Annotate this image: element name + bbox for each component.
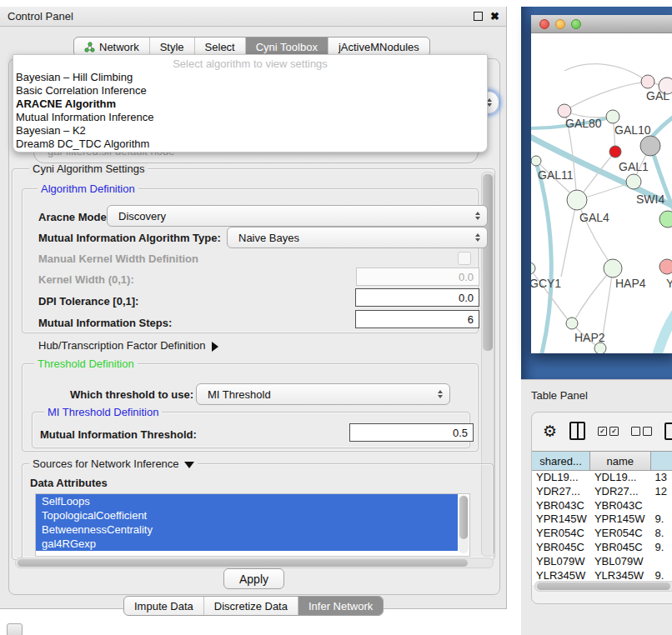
network-window: GALGAL80GAL10GAL1GAL11SWI4GAL4GCY1HAP4YH… <box>531 15 672 353</box>
close-traffic-light-icon[interactable] <box>539 19 549 29</box>
table-cell: 9. <box>651 541 672 555</box>
float-icon[interactable] <box>474 12 483 21</box>
mi-threshold-field[interactable]: 0.5 <box>349 423 474 442</box>
network-node[interactable] <box>558 104 571 118</box>
data-attributes-list[interactable]: SelfLoopsTopologicalCoefficientBetweenne… <box>35 493 470 557</box>
network-node[interactable] <box>531 262 535 274</box>
network-edge[interactable] <box>534 157 551 353</box>
sources-toggle[interactable]: Sources for Network Inference <box>29 458 198 470</box>
control-panel-window: Control Panel ✖ Network Style Selec <box>0 7 507 609</box>
table-row[interactable]: YPR145WYPR145W9. <box>532 512 672 527</box>
manual-kernel-checkbox[interactable] <box>458 252 471 265</box>
aracne-mode-combo[interactable]: Discovery <box>107 205 488 227</box>
network-edge[interactable] <box>564 64 648 82</box>
tab-infer-network[interactable]: Infer Network <box>298 597 383 615</box>
kernel-width-field[interactable]: 0.0 <box>356 268 479 286</box>
algorithm-option[interactable]: Mutual Information Inference <box>13 111 487 124</box>
algorithm-option[interactable]: Bayesian – Hill Climbing <box>13 71 487 84</box>
table-row[interactable]: YDR27...YDR27...12 <box>532 485 672 499</box>
algorithm-option[interactable]: Dream8 DC_TDC Algorithm <box>13 138 487 151</box>
dpi-tolerance-value: 0.0 <box>459 292 474 304</box>
network-node[interactable] <box>606 110 619 123</box>
network-edge[interactable] <box>577 200 611 265</box>
dpi-tolerance-label: DPI Tolerance [0,1]: <box>38 295 138 308</box>
algorithm-option[interactable]: Bayesian – K2 <box>13 124 487 138</box>
network-node-label: SWI4 <box>636 192 664 206</box>
tab-jactivemnodules[interactable]: jActiveMNodules <box>328 38 429 56</box>
tab-style-label: Style <box>160 41 184 53</box>
network-edge[interactable] <box>656 300 672 353</box>
network-node[interactable] <box>566 318 578 329</box>
network-node[interactable] <box>640 136 660 156</box>
network-node[interactable] <box>567 190 587 210</box>
table-column-header[interactable] <box>651 452 672 470</box>
network-node[interactable] <box>659 211 672 228</box>
network-edge[interactable] <box>579 182 634 199</box>
mi-type-combo[interactable]: Naive Bayes <box>227 227 488 248</box>
network-edge[interactable] <box>574 268 613 322</box>
attribute-list-item[interactable]: SelfLoops <box>36 494 458 508</box>
attributes-scrollbar-thumb[interactable] <box>459 496 468 539</box>
tab-discretize-data-label: Discretize Data <box>214 600 288 612</box>
tab-select[interactable]: Select <box>195 38 246 56</box>
mi-type-value: Naive Bayes <box>238 232 299 244</box>
network-canvas[interactable]: GALGAL80GAL10GAL1GAL11SWI4GAL4GCY1HAP4YH… <box>531 33 672 353</box>
table-column-header[interactable]: name <box>590 452 651 470</box>
network-node[interactable] <box>659 259 672 274</box>
unchecked-pair-icon[interactable] <box>631 427 652 436</box>
collapsed-panel-button[interactable] <box>7 623 23 635</box>
network-edge[interactable] <box>561 200 577 277</box>
table-hscrollbar-thumb[interactable] <box>537 582 670 590</box>
settings-horizontal-scrollbar[interactable] <box>15 558 494 568</box>
network-edge[interactable] <box>652 110 672 137</box>
dpi-tolerance-field[interactable]: 0.0 <box>355 288 479 307</box>
page-icon[interactable] <box>664 422 672 440</box>
combo-spinner-icon <box>438 390 443 398</box>
tab-discretize-data[interactable]: Discretize Data <box>204 597 298 615</box>
node-table[interactable]: shared...name YDL19...YDL19...13YDR27...… <box>532 451 672 585</box>
network-node[interactable] <box>641 75 654 88</box>
network-node[interactable] <box>531 156 541 166</box>
table-row[interactable]: YBR043CYBR043C <box>532 499 672 513</box>
table-column-header[interactable]: shared... <box>532 452 590 470</box>
table-cell: YPR145W <box>590 512 651 527</box>
tab-impute-data-label: Impute Data <box>134 600 193 612</box>
apply-button[interactable]: Apply <box>223 568 284 589</box>
hub-definition-toggle[interactable]: Hub/Transcription Factor Definition <box>38 339 218 352</box>
mi-steps-field[interactable]: 6 <box>355 310 479 328</box>
algorithm-option[interactable]: ARACNE Algorithm <box>13 98 487 111</box>
network-window-titlebar[interactable] <box>531 15 672 33</box>
settings-scrollbar-thumb[interactable] <box>483 174 493 351</box>
gear-icon[interactable]: ⚙ <box>543 423 557 439</box>
table-row[interactable]: YDL19...YDL19...13 <box>532 471 672 485</box>
attribute-list-item[interactable]: BetweennessCentrality <box>36 522 458 537</box>
which-threshold-combo[interactable]: MI Threshold <box>196 383 450 405</box>
tab-style[interactable]: Style <box>150 38 195 56</box>
network-node-label: GAL1 <box>619 160 649 173</box>
zoom-traffic-light-icon[interactable] <box>571 19 581 29</box>
table-row[interactable]: YBL079WYBL079W <box>532 555 672 569</box>
network-node[interactable] <box>594 342 606 353</box>
network-edge[interactable] <box>564 82 648 111</box>
table-row[interactable]: YER054CYER054C8. <box>532 527 672 541</box>
tab-network[interactable]: Network <box>74 38 150 56</box>
network-node[interactable] <box>626 174 641 189</box>
minimize-traffic-light-icon[interactable] <box>555 19 565 29</box>
columns-icon[interactable] <box>569 422 585 440</box>
tab-impute-data[interactable]: Impute Data <box>124 597 204 615</box>
settings-hscrollbar-thumb[interactable] <box>18 559 468 567</box>
table-horizontal-scrollbar[interactable] <box>534 581 672 592</box>
network-node[interactable] <box>609 146 621 158</box>
control-panel-titlebar: Control Panel ✖ <box>0 7 506 27</box>
tab-cyni-toolbox[interactable]: Cyni Toolbox <box>246 38 328 56</box>
attributes-list-scrollbar[interactable] <box>459 495 469 553</box>
attribute-list-item[interactable]: TopologicalCoefficient <box>36 508 458 522</box>
table-cell: YPR145W <box>532 512 590 527</box>
hub-definition-label: Hub/Transcription Factor Definition <box>38 339 205 352</box>
network-node[interactable] <box>604 259 622 278</box>
table-row[interactable]: YBR045CYBR045C9. <box>532 541 672 555</box>
attribute-list-item[interactable]: gal4RGexp <box>36 537 458 551</box>
close-icon[interactable]: ✖ <box>490 11 499 22</box>
algorithm-option[interactable]: Basic Correlation Inference <box>13 84 487 98</box>
checked-pair-icon[interactable]: ✓✓ <box>598 427 619 436</box>
